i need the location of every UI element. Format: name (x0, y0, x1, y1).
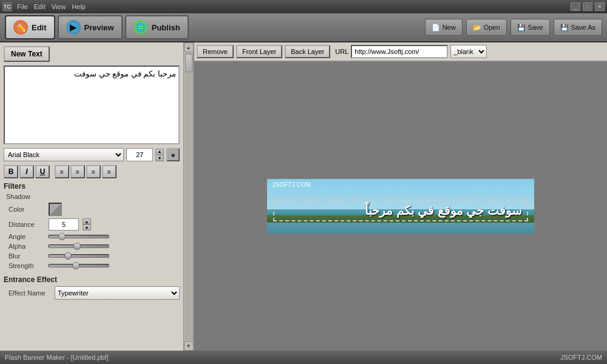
bold-button[interactable]: B (4, 165, 18, 178)
open-file-button[interactable]: 📂 Open (466, 19, 507, 36)
menu-bar[interactable]: File Edit View Help (17, 3, 86, 10)
angle-row: Angle (8, 233, 180, 240)
app-title: Flash Banner Maker - [Untitled.pbf] (5, 354, 109, 361)
distance-input[interactable] (49, 218, 79, 231)
distance-spin: ▲ ▼ (83, 218, 91, 231)
entrance-section: Entrance Effect Effect Name Typewriter F… (4, 275, 180, 300)
save-button[interactable]: 💾 Save (510, 19, 550, 36)
remove-button[interactable]: Remove (197, 45, 234, 58)
alpha-slider[interactable] (49, 244, 109, 248)
banner-container[interactable]: JSOFTJ.COM سوفت جي موقع في بكم مرحباً (267, 179, 534, 234)
scroll-track[interactable] (185, 53, 193, 340)
front-layer-button[interactable]: Front Layer (236, 45, 282, 58)
angle-thumb[interactable] (58, 233, 66, 240)
font-size-up[interactable]: ▲ (155, 149, 164, 155)
font-row: Arial Black ▲ ▼ ■ (4, 148, 180, 161)
menu-edit[interactable]: Edit (34, 3, 46, 10)
align-left-button[interactable]: ≡ (55, 165, 69, 178)
strength-slider[interactable] (49, 264, 109, 268)
canvas-area: JSOFTJ.COM سوفت جي موقع في بكم مرحباً (194, 62, 607, 351)
scroll-down-arrow[interactable]: ▼ (184, 341, 194, 351)
color-row: Color (8, 203, 180, 216)
blur-slider[interactable] (49, 254, 109, 258)
right-panel: Remove Front Layer Back Layer URL _blank… (194, 42, 607, 351)
align-justify-button[interactable]: ≡ (102, 165, 117, 178)
effect-name-label: Effect Name (8, 289, 51, 297)
preview-icon: ▶ (66, 20, 81, 35)
banner-water (267, 223, 534, 234)
strength-thumb[interactable] (72, 262, 80, 269)
font-size-down[interactable]: ▼ (155, 155, 164, 161)
target-select[interactable]: _blank _self _parent _top (450, 45, 487, 58)
back-layer-button[interactable]: Back Layer (285, 45, 330, 58)
left-panel-scrollbar[interactable]: ▲ ▼ (183, 42, 193, 351)
right-toolbar: Remove Front Layer Back Layer URL _blank… (194, 42, 607, 62)
edit-button[interactable]: ✏️ Edit (5, 15, 55, 39)
banner-text-overlay[interactable]: سوفت جي موقع في بكم مرحباً (273, 200, 528, 221)
underline-button[interactable]: U (35, 165, 50, 178)
new-icon: 📄 (432, 24, 440, 32)
save-as-icon: 💾 (560, 24, 569, 32)
font-size-input[interactable] (126, 148, 153, 161)
maximize-button[interactable]: □ (583, 2, 592, 11)
distance-up[interactable]: ▲ (83, 218, 91, 224)
format-row: B I U ≡ ≡ ≡ ≡ (4, 165, 180, 178)
left-panel-inner: New Text Arial Black ▲ ▼ ■ B I (0, 42, 193, 351)
publish-button[interactable]: 🌐 Publish (125, 15, 189, 39)
strength-row: Strength (8, 262, 180, 269)
new-file-button[interactable]: 📄 New (425, 19, 463, 36)
distance-label: Distance (8, 221, 45, 228)
italic-button[interactable]: I (19, 165, 34, 178)
title-bar: TC File Edit View Help _ □ ✕ (0, 0, 607, 13)
main-layout: New Text Arial Black ▲ ▼ ■ B I (0, 42, 607, 351)
scroll-up-arrow[interactable]: ▲ (184, 42, 194, 52)
angle-slider[interactable] (49, 235, 109, 238)
shadow-title: Shadow (6, 193, 180, 200)
align-right-button[interactable]: ≡ (86, 165, 101, 178)
entrance-title: Entrance Effect (4, 275, 180, 284)
distance-down[interactable]: ▼ (83, 224, 91, 231)
alpha-label: Alpha (8, 243, 45, 250)
filters-title: Filters (4, 182, 180, 190)
blur-label: Blur (8, 252, 45, 260)
url-label: URL (335, 48, 348, 55)
close-button[interactable]: ✕ (595, 2, 605, 11)
shadow-color-swatch[interactable] (49, 203, 62, 216)
align-center-button[interactable]: ≡ (70, 165, 85, 178)
font-select[interactable]: Arial Black (4, 148, 124, 161)
effect-name-row: Effect Name Typewriter Fade Slide Zoom B… (8, 286, 180, 300)
blur-thumb[interactable] (64, 252, 72, 260)
status-bar: Flash Banner Maker - [Untitled.pbf] JSOF… (0, 351, 607, 364)
main-toolbar: ✏️ Edit ▶ Preview 🌐 Publish 📄 New 📂 Open… (0, 13, 607, 42)
save-as-button[interactable]: 💾 Save As (554, 19, 602, 36)
toolbar-right-actions: 📄 New 📂 Open 💾 Save 💾 Save As (425, 19, 602, 36)
font-size-spin-arrows: ▲ ▼ (155, 149, 164, 161)
left-panel: New Text Arial Black ▲ ▼ ■ B I (0, 42, 194, 351)
effect-name-select[interactable]: Typewriter Fade Slide Zoom Bounce (55, 286, 180, 300)
distance-row: Distance ▲ ▼ (8, 218, 180, 231)
angle-label: Angle (8, 233, 45, 240)
new-text-button[interactable]: New Text (4, 46, 50, 62)
blur-row: Blur (8, 252, 180, 260)
scroll-thumb[interactable] (185, 54, 192, 72)
alpha-thumb[interactable] (73, 243, 81, 250)
text-color-picker[interactable]: ■ (166, 148, 180, 161)
status-brand: JSOFTJ.COM (560, 354, 602, 361)
app-icon: TC (2, 2, 12, 12)
title-bar-left: TC File Edit View Help (2, 2, 86, 12)
window-controls[interactable]: _ □ ✕ (571, 2, 605, 11)
minimize-button[interactable]: _ (571, 2, 580, 11)
menu-help[interactable]: Help (72, 3, 86, 10)
color-picker-icon: ■ (171, 152, 175, 158)
publish-icon: 🌐 (134, 20, 148, 35)
banner-image: JSOFTJ.COM سوفت جي موقع في بكم مرحباً (267, 179, 534, 234)
strength-label: Strength (8, 262, 45, 269)
save-icon: 💾 (517, 24, 526, 32)
edit-icon: ✏️ (13, 20, 28, 35)
url-input[interactable] (351, 45, 448, 58)
alpha-row: Alpha (8, 243, 180, 250)
menu-file[interactable]: File (17, 3, 28, 10)
text-area[interactable] (4, 66, 180, 144)
menu-view[interactable]: View (52, 3, 66, 10)
preview-button[interactable]: ▶ Preview (58, 15, 123, 39)
